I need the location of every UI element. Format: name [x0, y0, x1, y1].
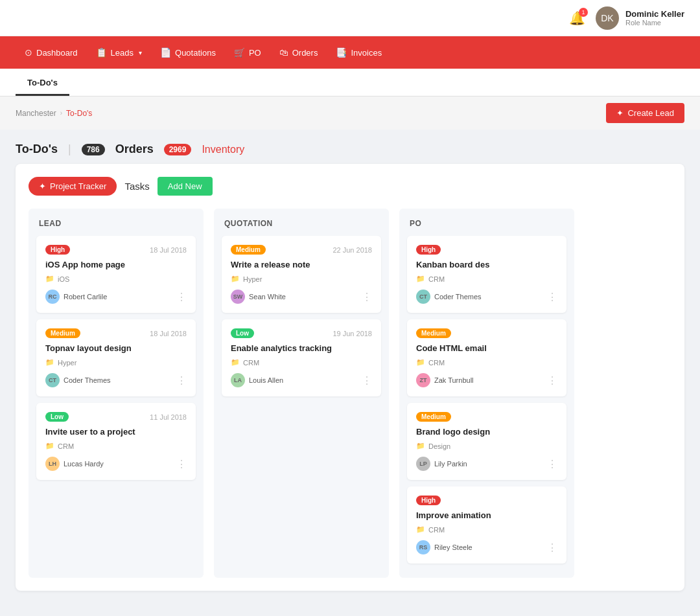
top-bar: 🔔 1 DK Dominic Keller Role Name: [0, 0, 700, 36]
project-name: CRM: [58, 442, 74, 450]
assignee-name: Lucas Hardy: [64, 460, 104, 468]
column-header-quotation: QUOTATION: [222, 216, 381, 236]
project-tracker-button[interactable]: ✦ Project Tracker: [29, 177, 117, 196]
card-footer: RC Robert Carlile ⋮: [45, 290, 187, 304]
tasks-label: Tasks: [124, 181, 149, 192]
card-project: 📁 CRM: [45, 442, 187, 450]
avatar-initials: DK: [601, 13, 613, 23]
chevron-down-icon: ▾: [139, 49, 142, 56]
card-title: Invite user to a project: [45, 427, 187, 437]
card-project: 📁 Design: [416, 442, 557, 450]
toolbar: ✦ Project Tracker Tasks Add New: [29, 177, 671, 196]
nav-item-orders[interactable]: 🛍 Orders: [270, 36, 327, 69]
task-card-po-1[interactable]: Medium Code HTML email 📁 CRM ZT Zak Turn…: [407, 319, 566, 396]
assignee-avatar: RC: [45, 290, 60, 304]
notification-bell[interactable]: 🔔 1: [569, 10, 585, 26]
card-title: Topnav layout design: [45, 343, 187, 353]
folder-icon: 📁: [231, 358, 240, 367]
nav-item-dashboard[interactable]: ⊙ Dashboard: [16, 36, 87, 69]
card-footer: LH Lucas Hardy ⋮: [45, 457, 187, 471]
kanban-board: Lead High 18 Jul 2018 iOS App home page …: [29, 209, 671, 578]
card-date: 18 Jul 2018: [150, 246, 187, 254]
more-options-icon[interactable]: ⋮: [176, 291, 187, 303]
card-project: 📁 iOS: [45, 275, 187, 283]
user-name: Dominic Keller: [625, 9, 684, 19]
more-options-icon[interactable]: ⋮: [176, 458, 187, 470]
project-name: Design: [428, 442, 450, 450]
priority-badge: Medium: [45, 328, 80, 338]
tab-bar: To-Do's: [0, 69, 700, 97]
orders-count-badge: 2969: [164, 144, 192, 155]
card-container: ✦ Project Tracker Tasks Add New Lead Hig…: [16, 164, 684, 591]
assignee-avatar: CT: [416, 290, 430, 304]
card-title: Improve animation: [416, 510, 557, 520]
folder-icon: 📁: [416, 275, 425, 283]
card-project: 📁 CRM: [231, 358, 372, 367]
task-card-quotation-0[interactable]: Medium 22 Jun 2018 Write a release note …: [222, 236, 381, 313]
column-header-po: PO: [407, 216, 566, 236]
user-info: DK Dominic Keller Role Name: [596, 6, 684, 30]
nav-label-leads: Leads: [111, 48, 134, 58]
task-card-lead-2[interactable]: Low 11 Jul 2018 Invite user to a project…: [36, 403, 196, 480]
nav-item-leads[interactable]: 📋 Leads ▾: [87, 36, 151, 69]
nav-bar: ⊙ Dashboard 📋 Leads ▾ 📄 Quotations 🛒 PO …: [0, 36, 700, 69]
project-tracker-label: Project Tracker: [50, 181, 106, 191]
kanban-column-lead: Lead High 18 Jul 2018 iOS App home page …: [29, 209, 204, 578]
card-title: iOS App home page: [45, 260, 187, 269]
task-card-lead-0[interactable]: High 18 Jul 2018 iOS App home page 📁 iOS…: [36, 236, 196, 313]
project-name: CRM: [428, 275, 445, 283]
card-project: 📁 Hyper: [45, 358, 187, 367]
more-options-icon[interactable]: ⋮: [547, 458, 557, 470]
nav-label-quotations: Quotations: [175, 48, 216, 58]
create-lead-button[interactable]: ✦ Create Lead: [606, 103, 684, 123]
card-footer: SW Sean White ⋮: [231, 290, 372, 304]
more-options-icon[interactable]: ⋮: [362, 374, 372, 387]
nav-label-po: PO: [249, 48, 261, 58]
card-footer: LP Lily Parkin ⋮: [416, 457, 557, 471]
project-name: CRM: [428, 526, 445, 534]
assignee-avatar: LA: [231, 373, 245, 387]
breadcrumb-separator: ›: [60, 109, 62, 117]
card-footer: RS Riley Steele ⋮: [416, 540, 557, 554]
card-top: High 18 Jul 2018: [45, 245, 187, 255]
more-options-icon[interactable]: ⋮: [547, 542, 557, 554]
nav-item-quotations[interactable]: 📄 Quotations: [151, 36, 225, 69]
kanban-column-quotation: QUOTATION Medium 22 Jun 2018 Write a rel…: [214, 209, 389, 578]
more-options-icon[interactable]: ⋮: [547, 291, 557, 303]
task-card-po-0[interactable]: High Kanban board des 📁 CRM CT Coder The…: [407, 236, 566, 313]
card-assignee: LA Louis Allen: [231, 373, 283, 387]
assignee-name: Lily Parkin: [434, 460, 467, 468]
add-new-button[interactable]: Add New: [158, 177, 213, 196]
nav-item-invoices[interactable]: 📑 Invoices: [327, 36, 391, 69]
tab-todo[interactable]: To-Do's: [16, 69, 69, 96]
card-project: 📁 CRM: [416, 275, 557, 283]
divider: |: [68, 143, 71, 156]
assignee-avatar: LP: [416, 457, 430, 471]
inventory-link[interactable]: Inventory: [202, 144, 244, 155]
task-card-lead-1[interactable]: Medium 18 Jul 2018 Topnav layout design …: [36, 319, 196, 396]
kanban-column-po: PO High Kanban board des 📁 CRM CT Coder …: [399, 209, 574, 578]
breadcrumb-bar: Manchester › To-Do's ✦ Create Lead: [0, 97, 700, 130]
priority-badge: High: [416, 496, 441, 505]
create-lead-label: Create Lead: [627, 108, 674, 118]
card-assignee: RS Riley Steele: [416, 540, 472, 554]
folder-icon: 📁: [45, 358, 54, 367]
task-card-po-3[interactable]: High Improve animation 📁 CRM RS Riley St…: [407, 486, 566, 564]
folder-icon: 📁: [416, 358, 425, 367]
task-card-po-2[interactable]: Medium Brand logo design 📁 Design LP Lil…: [407, 403, 566, 480]
breadcrumb-parent[interactable]: Manchester: [16, 109, 56, 118]
orders-label: Orders: [115, 143, 154, 156]
card-project: 📁 Hyper: [231, 275, 372, 283]
more-options-icon[interactable]: ⋮: [176, 374, 187, 387]
nav-item-po[interactable]: 🛒 PO: [225, 36, 270, 69]
card-project: 📁 CRM: [416, 525, 557, 534]
priority-badge: High: [416, 245, 441, 255]
card-top: Medium: [416, 412, 557, 422]
more-options-icon[interactable]: ⋮: [362, 291, 372, 303]
card-top: Medium: [416, 328, 557, 338]
card-footer: CT Coder Themes ⋮: [45, 373, 187, 387]
task-card-quotation-1[interactable]: Low 19 Jun 2018 Enable analytics trackin…: [222, 319, 381, 396]
folder-icon: 📁: [45, 275, 54, 283]
avatar: DK: [596, 6, 619, 30]
more-options-icon[interactable]: ⋮: [547, 374, 557, 387]
